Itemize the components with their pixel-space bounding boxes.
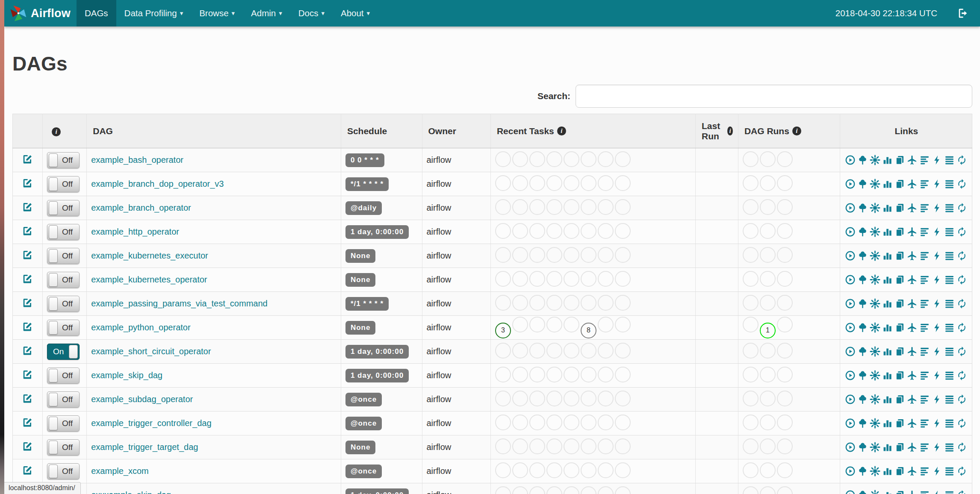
- graph-view-icon[interactable]: [870, 179, 880, 189]
- task-duration-icon[interactable]: [882, 203, 893, 213]
- task-state-circle[interactable]: [581, 223, 596, 239]
- task-state-circle[interactable]: [581, 367, 596, 382]
- gantt-view-icon[interactable]: [919, 394, 930, 405]
- trigger-dag-icon[interactable]: [845, 466, 856, 476]
- logs-icon[interactable]: [944, 298, 955, 309]
- task-duration-icon[interactable]: [882, 490, 893, 494]
- trigger-dag-icon[interactable]: [845, 490, 856, 494]
- task-state-circle[interactable]: [495, 415, 511, 430]
- landing-times-icon[interactable]: [907, 274, 918, 285]
- task-state-circle[interactable]: [615, 486, 631, 494]
- dag-run-circle[interactable]: [743, 367, 759, 382]
- task-state-circle[interactable]: [581, 438, 596, 454]
- landing-times-icon[interactable]: [907, 418, 918, 429]
- task-state-circle[interactable]: [546, 295, 562, 311]
- task-state-circle[interactable]: [615, 391, 631, 406]
- dag-run-circle[interactable]: [760, 271, 776, 287]
- task-state-circle[interactable]: [581, 175, 596, 191]
- dag-run-circle[interactable]: [777, 271, 793, 287]
- task-state-circle[interactable]: [529, 462, 545, 478]
- gantt-view-icon[interactable]: [919, 418, 930, 429]
- task-state-circle[interactable]: [581, 462, 596, 478]
- dag-link[interactable]: example_passing_params_via_test_command: [91, 299, 267, 308]
- task-state-circle[interactable]: [529, 271, 545, 287]
- trigger-dag-icon[interactable]: [845, 155, 856, 165]
- dag-run-circle[interactable]: [743, 343, 759, 359]
- task-duration-icon[interactable]: [882, 298, 893, 309]
- dag-run-circle[interactable]: [743, 438, 759, 454]
- task-state-circle[interactable]: [598, 271, 614, 287]
- dag-pause-toggle[interactable]: Off: [47, 152, 80, 168]
- dag-pause-toggle[interactable]: Off: [47, 272, 80, 288]
- tree-view-icon[interactable]: [857, 322, 868, 333]
- task-tries-icon[interactable]: [894, 466, 905, 476]
- task-state-circle[interactable]: [564, 486, 579, 494]
- gantt-view-icon[interactable]: [919, 442, 930, 453]
- dag-link[interactable]: example_python_operator: [91, 323, 190, 332]
- graph-view-icon[interactable]: [870, 203, 880, 213]
- task-state-circle[interactable]: [546, 199, 562, 215]
- tree-view-icon[interactable]: [857, 274, 868, 285]
- task-state-circle[interactable]: [529, 415, 545, 430]
- dag-run-circle[interactable]: [777, 223, 793, 239]
- tree-view-icon[interactable]: [857, 226, 868, 237]
- edit-dag-button[interactable]: [21, 321, 34, 333]
- landing-times-icon[interactable]: [907, 179, 918, 189]
- task-tries-icon[interactable]: [894, 418, 905, 429]
- task-state-circle[interactable]: [546, 415, 562, 430]
- header-owner[interactable]: Owner: [422, 114, 490, 148]
- code-view-icon[interactable]: [932, 322, 942, 333]
- task-duration-icon[interactable]: [882, 179, 893, 189]
- trigger-dag-icon[interactable]: [845, 226, 856, 237]
- task-tries-icon[interactable]: [894, 322, 905, 333]
- dag-link[interactable]: example_trigger_target_dag: [91, 442, 198, 452]
- task-duration-icon[interactable]: [882, 394, 893, 405]
- code-view-icon[interactable]: [932, 203, 942, 213]
- edit-dag-button[interactable]: [21, 344, 34, 357]
- gantt-view-icon[interactable]: [919, 203, 930, 213]
- dag-run-circle[interactable]: [760, 415, 776, 430]
- trigger-dag-icon[interactable]: [845, 298, 856, 309]
- landing-times-icon[interactable]: [907, 250, 918, 261]
- task-tries-icon[interactable]: [894, 370, 905, 381]
- task-state-circle[interactable]: [495, 486, 511, 494]
- graph-view-icon[interactable]: [870, 250, 880, 261]
- task-state-circle[interactable]: [564, 462, 579, 478]
- task-state-circle[interactable]: [546, 462, 562, 478]
- task-state-circle[interactable]: [495, 391, 511, 406]
- dag-pause-toggle[interactable]: Off: [47, 248, 80, 264]
- logs-icon[interactable]: [944, 322, 955, 333]
- dag-run-circle[interactable]: [777, 199, 793, 215]
- task-state-circle[interactable]: [615, 462, 631, 478]
- task-tries-icon[interactable]: [894, 250, 905, 261]
- dag-link[interactable]: example_kubernetes_operator: [91, 275, 207, 284]
- task-state-circle[interactable]: [546, 367, 562, 382]
- task-state-circle[interactable]: [615, 271, 631, 287]
- task-state-circle[interactable]: [529, 175, 545, 191]
- code-view-icon[interactable]: [932, 274, 942, 285]
- dag-link[interactable]: example_bash_operator: [91, 155, 183, 165]
- logs-icon[interactable]: [944, 179, 955, 189]
- code-view-icon[interactable]: [932, 226, 942, 237]
- graph-view-icon[interactable]: [870, 370, 880, 381]
- gantt-view-icon[interactable]: [919, 298, 930, 309]
- task-duration-icon[interactable]: [882, 442, 893, 453]
- refresh-icon[interactable]: [956, 226, 967, 237]
- logs-icon[interactable]: [944, 203, 955, 213]
- trigger-dag-icon[interactable]: [845, 203, 856, 213]
- tree-view-icon[interactable]: [857, 203, 868, 213]
- landing-times-icon[interactable]: [907, 442, 918, 453]
- trigger-dag-icon[interactable]: [845, 322, 856, 333]
- tree-view-icon[interactable]: [857, 370, 868, 381]
- dag-link[interactable]: example_short_circuit_operator: [91, 347, 211, 356]
- task-state-circle[interactable]: [598, 295, 614, 311]
- refresh-icon[interactable]: [956, 274, 967, 285]
- task-tries-icon[interactable]: [894, 203, 905, 213]
- header-schedule[interactable]: Schedule: [341, 114, 422, 148]
- dag-pause-toggle[interactable]: Off: [47, 224, 80, 240]
- dag-run-circle[interactable]: [777, 415, 793, 430]
- task-state-circle[interactable]: [564, 295, 579, 311]
- edit-dag-button[interactable]: [21, 273, 34, 285]
- dag-link[interactable]: example_trigger_controller_dag: [91, 418, 211, 428]
- task-state-circle[interactable]: [564, 175, 579, 191]
